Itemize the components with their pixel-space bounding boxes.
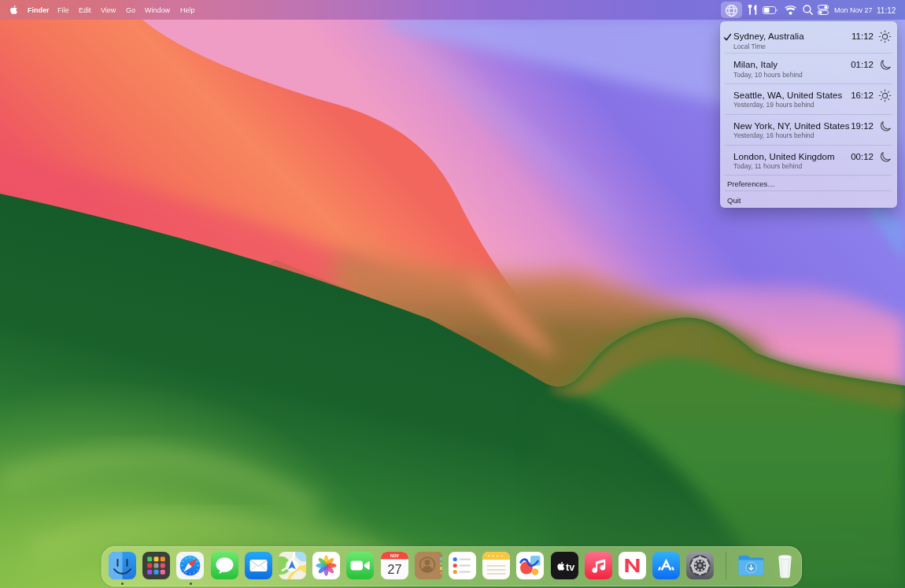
svg-text:27: 27 (387, 562, 401, 576)
svg-text:NOV: NOV (390, 553, 400, 558)
svg-text:tv: tv (566, 562, 574, 573)
